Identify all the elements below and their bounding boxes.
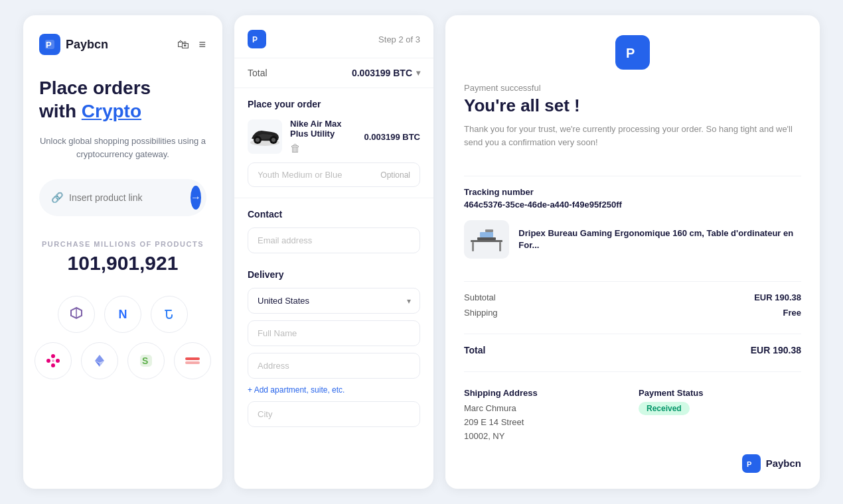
shipping-address-col: Shipping Address Marc Chmura 209 E 14 St… (464, 388, 627, 443)
country-select-wrap: United States Canada United Kingdom Fran… (248, 288, 420, 314)
panel-checkout: P Step 2 of 3 Total 0.003199 BTC ▾ Place… (234, 15, 433, 489)
submit-link-button[interactable]: → (191, 186, 201, 210)
tezos-icon (151, 296, 188, 333)
subtotal-row: Subtotal EUR 190.38 (464, 292, 801, 302)
divider-4 (464, 371, 801, 372)
product-link-input-row: 🔗 → (39, 179, 206, 216)
header-icons: 🛍 ≡ (177, 38, 206, 52)
panel3-logo-wrap: P (464, 35, 801, 70)
product-details: Nike Air Max Plus Utility 🗑 (290, 119, 356, 155)
divider-3 (464, 334, 801, 334)
add-apartment-link[interactable]: + Add apartment, suite, etc. (248, 385, 420, 395)
svg-rect-16 (185, 361, 200, 364)
svg-point-22 (271, 138, 275, 142)
panel2-header: P Step 2 of 3 (234, 15, 433, 58)
shipping-row: Shipping Free (464, 308, 801, 318)
near-icon: N (104, 296, 141, 333)
products-label: PURCHASE MILLIONS OF PRODUCTS (39, 240, 206, 248)
total-value-p3: EUR 190.38 (751, 345, 801, 355)
tracking-number: 464c5376-35ce-46de-a440-f49e95f250ff (464, 200, 801, 210)
tracking-label: Tracking number (464, 187, 801, 197)
crypto-icons-row1: N (58, 296, 188, 333)
svg-text:P: P (626, 46, 635, 60)
svg-point-8 (56, 359, 60, 363)
product-row: Nike Air Max Plus Utility 🗑 0.003199 BTC (248, 119, 420, 155)
panel-confirmation: P Payment successful You're all set ! Th… (445, 15, 820, 489)
polkadot-icon (35, 342, 72, 379)
svg-rect-25 (471, 240, 502, 242)
variant-input[interactable] (258, 170, 380, 180)
svg-point-7 (46, 359, 50, 363)
divider-2 (464, 281, 801, 282)
svg-text:S: S (142, 355, 148, 366)
delivery-section: Delivery United States Canada United Kin… (234, 260, 433, 434)
product-price: 0.003199 BTC (364, 132, 420, 142)
hero-title-accent: Crypto (82, 101, 141, 121)
shopify-icon: S (127, 342, 165, 379)
hero-title: Place orders with Crypto (39, 76, 206, 123)
payment-status-col-label: Payment Status (639, 388, 801, 398)
svg-point-6 (51, 363, 55, 367)
logo: P Paybcn (39, 34, 108, 55)
shipping-zip: 10002, NY (464, 431, 504, 441)
variant-input-wrap: Optional (248, 162, 420, 187)
address-input[interactable] (248, 353, 420, 379)
email-input[interactable] (248, 227, 420, 253)
subtotal-value: EUR 190.38 (754, 292, 801, 302)
footer-logo: P Paybcn (464, 444, 801, 473)
product-image (248, 119, 282, 154)
svg-text:P: P (252, 35, 258, 44)
status-badge: Received (639, 402, 690, 415)
payment-success-subtitle: Thank you for your trust, we're currentl… (464, 123, 801, 149)
chainlink-icon (58, 296, 95, 333)
panel-landing: P Paybcn 🛍 ≡ Place orders with Crypto Un… (23, 15, 222, 489)
bag-icon[interactable]: 🛍 (177, 38, 189, 52)
products-count: 101,901,921 (39, 252, 206, 275)
shipping-label: Shipping (464, 308, 498, 318)
city-input[interactable] (248, 401, 420, 427)
total-label-p3: Total (464, 345, 485, 355)
shipping-street: 209 E 14 Street (464, 417, 524, 427)
panel1-header: P Paybcn 🛍 ≡ (39, 34, 206, 55)
hero-title-line2: with (39, 101, 82, 121)
svg-point-9 (52, 359, 54, 362)
svg-point-21 (256, 138, 260, 142)
logo-icon: P (39, 34, 60, 55)
footer-logo-icon: P (742, 454, 761, 473)
optional-label: Optional (380, 170, 410, 180)
total-amount: 0.003199 BTC (352, 68, 412, 78)
svg-text:P: P (46, 40, 52, 50)
svg-rect-27 (499, 242, 501, 251)
bottom-section: Shipping Address Marc Chmura 209 E 14 St… (464, 388, 801, 443)
shipping-address-value: Marc Chmura 209 E 14 Street 10002, NY (464, 402, 627, 443)
svg-rect-30 (485, 229, 493, 232)
crypto-icons-grid: N (39, 296, 206, 379)
link-icon: 🔗 (51, 192, 64, 204)
svg-rect-29 (480, 232, 493, 237)
total-label: Total (248, 68, 268, 78)
svg-rect-28 (477, 237, 496, 240)
product-summary-name: Dripex Bureau Gaming Ergonomique 160 cm,… (518, 227, 801, 251)
menu-icon[interactable]: ≡ (198, 38, 206, 52)
country-select[interactable]: United States Canada United Kingdom Fran… (248, 288, 420, 314)
payment-status-col: Payment Status Received (639, 388, 801, 443)
panel3-logo-icon: P (615, 35, 650, 70)
payment-success-label: Payment successful (464, 83, 801, 93)
svg-rect-15 (185, 357, 200, 360)
misc-icon (174, 342, 211, 379)
logo-text: Paybcn (66, 38, 108, 52)
contact-section: Contact (234, 198, 433, 260)
product-link-input[interactable] (69, 192, 185, 203)
contact-title: Contact (248, 209, 420, 220)
delete-product-icon[interactable]: 🗑 (290, 143, 356, 155)
product-summary-row: Dripex Bureau Gaming Ergonomique 160 cm,… (464, 220, 801, 259)
svg-text:P: P (747, 460, 751, 468)
product-name: Nike Air Max Plus Utility (290, 119, 356, 139)
shipping-value: Free (783, 308, 801, 318)
delivery-title: Delivery (248, 269, 420, 280)
full-name-input[interactable] (248, 320, 420, 346)
step-label: Step 2 of 3 (378, 34, 420, 44)
chevron-down-icon[interactable]: ▾ (416, 68, 420, 78)
order-section-title: Place your order (248, 99, 420, 109)
payment-success-title: You're all set ! (464, 95, 801, 116)
